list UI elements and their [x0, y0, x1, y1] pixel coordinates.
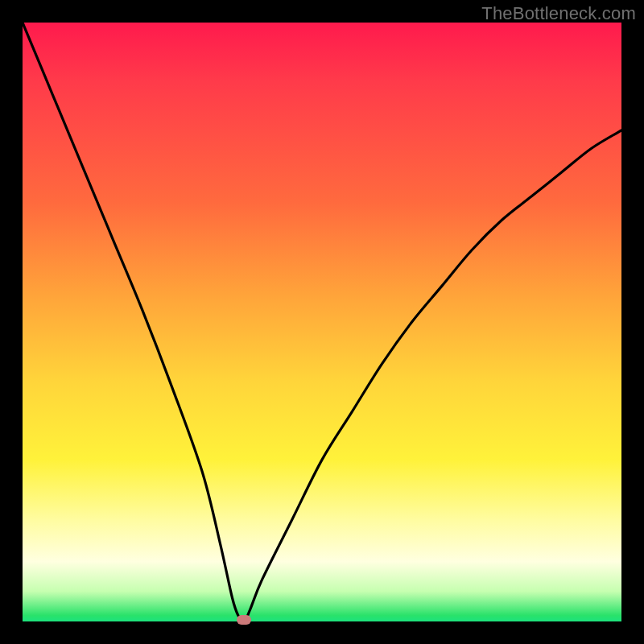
- min-marker: [237, 615, 251, 625]
- chart-frame: TheBottleneck.com: [0, 0, 644, 644]
- watermark-text: TheBottleneck.com: [481, 3, 636, 24]
- plot-area: [23, 23, 621, 621]
- bottleneck-curve: [23, 23, 621, 621]
